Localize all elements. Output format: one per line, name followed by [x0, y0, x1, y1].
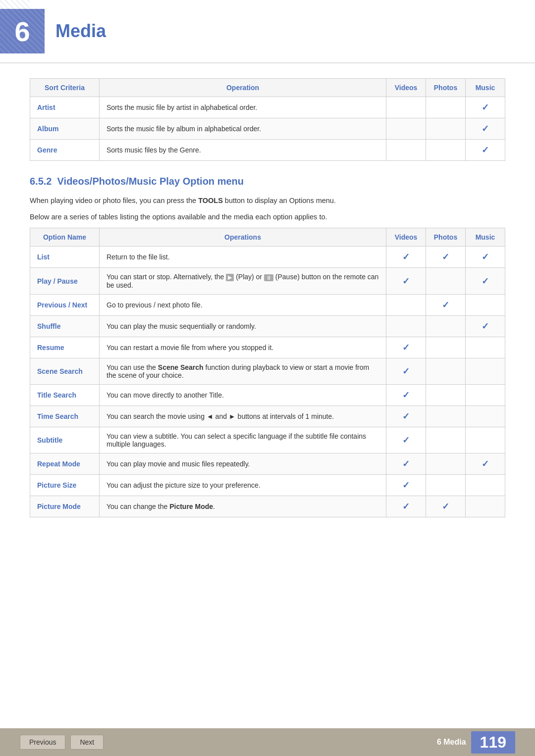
previous-button[interactable]: Previous — [20, 735, 65, 750]
col-operation: Operation — [100, 79, 386, 97]
check-rm-videos — [386, 454, 426, 475]
section-desc2: Below are a series of tables listing the… — [30, 211, 505, 223]
check-artist-photos — [426, 97, 466, 118]
option-shuffle: Shuffle — [30, 316, 100, 337]
operation-artist: Sorts the music file by artist in alphab… — [100, 97, 386, 118]
col-videos: Videos — [386, 79, 426, 97]
option-title-search: Title Search — [30, 385, 100, 406]
check-ss-videos — [386, 358, 426, 385]
picture-mode-keyword: Picture Mode — [169, 503, 213, 510]
col-videos2: Videos — [386, 228, 426, 247]
op-play-pause: You can start or stop. Alternatively, th… — [100, 268, 386, 295]
check-pm-photos — [426, 496, 466, 517]
table-row: Play / Pause You can start or stop. Alte… — [30, 268, 505, 295]
check-pp-music — [466, 268, 505, 295]
play-icon: ▶ — [226, 274, 234, 281]
check-sub-music — [466, 427, 505, 454]
col-photos2: Photos — [426, 228, 466, 247]
check-artist-videos — [386, 97, 426, 118]
check-shuf-music — [466, 316, 505, 337]
operation-album: Sorts the music file by album in alphabe… — [100, 118, 386, 140]
op-scene-search: You can use the Scene Search function du… — [100, 358, 386, 385]
col-operations: Operations — [100, 228, 386, 247]
check-list-music — [466, 247, 505, 268]
col-option-name: Option Name — [30, 228, 100, 247]
page-header: 6 Media — [0, 0, 535, 63]
table-row: Time Search You can search the movie usi… — [30, 406, 505, 427]
op-list: Return to the file list. — [100, 247, 386, 268]
page-footer: Previous Next 6 Media 119 — [0, 728, 535, 756]
op-shuffle: You can play the music sequentially or r… — [100, 316, 386, 337]
table-row: Genre Sorts music files by the Genre. — [30, 140, 505, 161]
option-prev-next: Previous / Next — [30, 295, 100, 316]
table-row: Subtitle You can view a subtitle. You ca… — [30, 427, 505, 454]
check-album-videos — [386, 118, 426, 140]
check-ss-music — [466, 358, 505, 385]
op-picture-size: You can adjust the picture size to your … — [100, 475, 386, 496]
sort-criteria-table: Sort Criteria Operation Videos Photos Mu… — [30, 78, 505, 161]
table-row: Scene Search You can use the Scene Searc… — [30, 358, 505, 385]
check-res-photos — [426, 337, 466, 358]
check-pm-music — [466, 496, 505, 517]
col-music2: Music — [466, 228, 505, 247]
col-photos: Photos — [426, 79, 466, 97]
next-button[interactable]: Next — [70, 735, 104, 750]
option-play-pause: Play / Pause — [30, 268, 100, 295]
check-ts-music — [466, 385, 505, 406]
section-desc1: When playing video or photo files, you c… — [30, 195, 505, 206]
col-sort-criteria: Sort Criteria — [30, 79, 100, 97]
op-repeat-mode: You can play movie and music files repea… — [100, 454, 386, 475]
criteria-artist: Artist — [30, 97, 100, 118]
option-time-search: Time Search — [30, 406, 100, 427]
check-tims-photos — [426, 406, 466, 427]
check-rm-photos — [426, 454, 466, 475]
tools-keyword: TOOLS — [198, 197, 223, 204]
check-pn-music — [466, 295, 505, 316]
table-row: Resume You can restart a movie file from… — [30, 337, 505, 358]
chapter-number: 6 — [14, 15, 30, 48]
option-picture-size: Picture Size — [30, 475, 100, 496]
check-tims-music — [466, 406, 505, 427]
chapter-number-box: 6 — [0, 9, 45, 53]
check-genre-photos — [426, 140, 466, 161]
section-title: Videos/Photos/Music Play Option menu — [57, 176, 244, 187]
main-content: Sort Criteria Operation Videos Photos Mu… — [0, 63, 535, 572]
op-subtitle: You can view a subtitle. You can select … — [100, 427, 386, 454]
criteria-genre: Genre — [30, 140, 100, 161]
check-list-videos — [386, 247, 426, 268]
check-artist-music — [466, 97, 505, 118]
check-ps-videos — [386, 475, 426, 496]
option-resume: Resume — [30, 337, 100, 358]
check-shuf-videos — [386, 316, 426, 337]
scene-search-keyword: Scene Search — [158, 363, 204, 371]
col-music: Music — [466, 79, 505, 97]
check-pn-photos — [426, 295, 466, 316]
table-row: Title Search You can move directly to an… — [30, 385, 505, 406]
check-ts-videos — [386, 385, 426, 406]
op-resume: You can restart a movie file from where … — [100, 337, 386, 358]
check-pm-videos — [386, 496, 426, 517]
play-option-table: Option Name Operations Videos Photos Mus… — [30, 228, 505, 517]
operation-genre: Sorts music files by the Genre. — [100, 140, 386, 161]
check-pn-videos — [386, 295, 426, 316]
table-row: Picture Size You can adjust the picture … — [30, 475, 505, 496]
table-row: Artist Sorts the music file by artist in… — [30, 97, 505, 118]
table-row: Repeat Mode You can play movie and music… — [30, 454, 505, 475]
option-repeat-mode: Repeat Mode — [30, 454, 100, 475]
pause-icon: ⏸ — [264, 274, 273, 281]
check-sub-videos — [386, 427, 426, 454]
section-id: 6.5.2 — [30, 176, 57, 187]
page-section-label: 6 Media — [437, 738, 466, 747]
footer-page-info: 6 Media 119 — [437, 731, 515, 754]
option-scene-search: Scene Search — [30, 358, 100, 385]
page-title: Media — [55, 21, 106, 42]
arrow-right-icon: ► — [229, 412, 236, 420]
check-sub-photos — [426, 427, 466, 454]
op-prev-next: Go to previous / next photo file. — [100, 295, 386, 316]
table-row: Shuffle You can play the music sequentia… — [30, 316, 505, 337]
check-rm-music — [466, 454, 505, 475]
check-tims-videos — [386, 406, 426, 427]
page-number: 119 — [471, 731, 515, 754]
arrow-left-icon: ◄ — [207, 412, 214, 420]
section-heading: 6.5.2 Videos/Photos/Music Play Option me… — [30, 176, 505, 187]
